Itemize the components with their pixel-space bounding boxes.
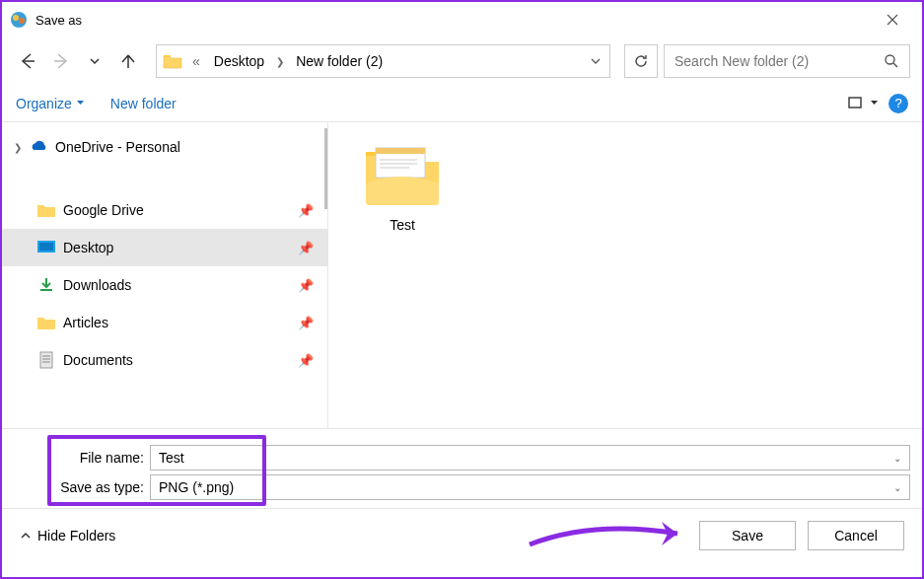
address-dropdown[interactable]	[588, 55, 604, 67]
onedrive-icon	[28, 140, 49, 154]
hide-folders-label: Hide Folders	[37, 528, 115, 543]
help-button[interactable]: ?	[888, 94, 908, 113]
file-list[interactable]: Test	[327, 122, 922, 428]
back-button[interactable]	[14, 47, 41, 75]
annotation-arrow	[525, 515, 702, 554]
savetype-value: PNG (*.png)	[159, 479, 234, 495]
tree-item-articles[interactable]: Articles 📌	[2, 304, 327, 341]
tree-label: Google Drive	[63, 202, 298, 218]
hide-folders-button[interactable]: Hide Folders	[20, 528, 115, 543]
organize-label: Organize	[16, 96, 72, 111]
svg-rect-7	[40, 352, 52, 368]
desktop-icon	[36, 240, 57, 255]
pin-icon[interactable]: 📌	[298, 203, 314, 218]
svg-point-2	[19, 18, 25, 24]
svg-rect-6	[39, 243, 53, 251]
folder-thumbnail	[360, 138, 445, 207]
tree-item-onedrive[interactable]: ❯ OneDrive - Personal	[2, 128, 327, 166]
pin-icon[interactable]: 📌	[298, 278, 314, 293]
chevron-down-icon[interactable]: ⌄	[893, 453, 901, 464]
download-icon	[36, 276, 57, 294]
tree-label: Desktop	[63, 240, 298, 255]
tree-item-googledrive[interactable]: Google Drive 📌	[2, 191, 327, 229]
tree-label: OneDrive - Personal	[55, 139, 327, 155]
nav-tree: ❯ OneDrive - Personal Google Drive 📌 Des…	[2, 122, 327, 428]
tree-label: Documents	[63, 352, 298, 368]
pin-icon[interactable]: 📌	[298, 241, 314, 255]
search-box[interactable]	[664, 44, 910, 78]
up-button[interactable]	[114, 47, 142, 75]
filename-input[interactable]: Test ⌄	[150, 445, 910, 470]
tree-item-documents[interactable]: Documents 📌	[2, 341, 327, 379]
tree-label: Articles	[63, 315, 298, 330]
folder-icon	[36, 315, 57, 330]
chevron-down-icon	[870, 99, 879, 108]
pin-icon[interactable]: 📌	[298, 353, 314, 368]
close-button[interactable]	[871, 4, 914, 36]
filename-value: Test	[159, 450, 184, 466]
breadcrumb-sep: «	[188, 51, 204, 71]
tree-label: Downloads	[63, 277, 298, 293]
dialog-title: Save as	[36, 13, 871, 28]
footer: Hide Folders Save Cancel	[2, 508, 922, 561]
chevron-up-icon	[20, 530, 32, 542]
app-icon	[10, 11, 28, 29]
folder-name: Test	[348, 217, 457, 233]
address-bar[interactable]: « Desktop ❯ New folder (2)	[156, 44, 610, 78]
recent-dropdown[interactable]	[81, 47, 108, 75]
filename-label: File name:	[51, 450, 150, 466]
forward-button[interactable]	[47, 47, 75, 75]
cancel-button[interactable]: Cancel	[808, 521, 904, 550]
tree-scrollbar[interactable]	[324, 128, 327, 209]
breadcrumb-newfolder[interactable]: New folder (2)	[292, 51, 387, 71]
titlebar: Save as	[2, 2, 922, 37]
file-fields: File name: Test ⌄ Save as type: PNG (*.p…	[2, 428, 922, 508]
tree-item-desktop[interactable]: Desktop 📌	[2, 229, 327, 266]
svg-rect-9	[376, 148, 425, 154]
view-mode-button[interactable]	[848, 97, 879, 110]
folder-item-test[interactable]: Test	[348, 138, 457, 233]
svg-point-3	[886, 55, 894, 64]
chevron-down-icon	[76, 99, 85, 108]
svg-rect-4	[849, 98, 861, 108]
save-button[interactable]: Save	[699, 521, 796, 550]
refresh-button[interactable]	[624, 44, 658, 78]
organize-menu[interactable]: Organize	[16, 96, 85, 111]
expand-icon[interactable]: ❯	[14, 142, 28, 153]
chevron-down-icon[interactable]: ⌄	[893, 482, 901, 493]
document-icon	[36, 351, 57, 369]
new-folder-button[interactable]: New folder	[110, 96, 177, 111]
breadcrumb-desktop[interactable]: Desktop	[210, 51, 268, 71]
nav-row: « Desktop ❯ New folder (2)	[2, 37, 922, 85]
toolbar: Organize New folder ?	[2, 85, 922, 122]
folder-icon	[36, 202, 57, 218]
svg-point-1	[13, 15, 19, 21]
folder-icon	[163, 52, 182, 70]
chevron-right-icon[interactable]: ❯	[274, 56, 286, 67]
search-icon	[884, 53, 899, 69]
savetype-label: Save as type:	[51, 479, 150, 495]
tree-item-downloads[interactable]: Downloads 📌	[2, 266, 327, 304]
pin-icon[interactable]: 📌	[298, 316, 314, 330]
search-input[interactable]	[675, 53, 876, 69]
savetype-select[interactable]: PNG (*.png) ⌄	[150, 474, 910, 500]
